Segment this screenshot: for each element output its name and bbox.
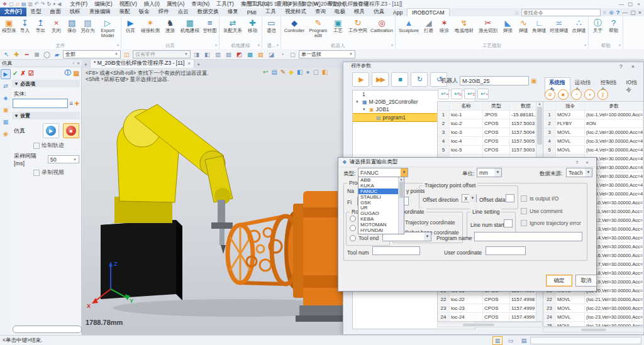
fillet-weld-button[interactable]: ∟角焊缝 [531, 17, 547, 33]
cancel-button[interactable]: 取消 [575, 275, 597, 287]
render-mode-icon[interactable]: ◧ [322, 68, 328, 75]
dialog-launcher-icon[interactable]: ▾ [619, 42, 621, 49]
filter-sketch-icon[interactable]: ▧ [257, 51, 265, 58]
pick-box-icon[interactable]: ⊞ [33, 51, 41, 58]
cmd-pause-button[interactable]: ∥ [597, 89, 608, 100]
filter-faces-icon[interactable]: ◨ [192, 51, 201, 58]
select-cursor-icon[interactable]: ↖ [3, 51, 11, 58]
workpiece-tab-button[interactable]: ▣ [1, 105, 11, 115]
annotate-icon[interactable]: ✎ [280, 68, 286, 75]
stop-button[interactable]: ■ [63, 123, 79, 138]
ribbon-tab[interactable]: 装配 [115, 8, 135, 16]
delete-loc-button[interactable]: ↩× [477, 89, 489, 99]
mechatronics-button[interactable]: ▦机电建模 [178, 17, 202, 33]
ribbon-tab[interactable]: 仿真 [369, 8, 389, 16]
collision-check-button[interactable]: ✶碰撞检测 [138, 17, 162, 33]
remove-entity-icon[interactable]: ━ [23, 51, 31, 58]
entity-input[interactable] [13, 99, 68, 108]
ribbon-tab[interactable]: 电极 [330, 8, 350, 16]
dialog-launcher-icon[interactable]: ▾ [391, 42, 393, 49]
globe-icon[interactable]: ⊕ [609, 9, 614, 16]
filter-curves-icon[interactable]: ▥ [214, 51, 222, 58]
sculpture-button[interactable]: ▲Sculpture [397, 17, 421, 33]
operator-tab-button[interactable]: ◉ [1, 129, 11, 139]
menubar-item[interactable]: 工具(T) [216, 1, 234, 8]
command-table-row[interactable]: 24MOVL(loc-23,Vel=30.00000,Acc=40. [543, 313, 643, 322]
doc-minimize-icon[interactable]: — [622, 9, 628, 16]
command-table-row[interactable]: 23MOVL(loc-22,Vel=30.00000,Acc=40. [543, 304, 643, 313]
open-file-icon[interactable]: ▱ [16, 1, 19, 8]
menubar-item[interactable]: 属性(A) [167, 1, 184, 8]
doc-restore-icon[interactable]: ▢ [630, 9, 636, 16]
robot-path-tab-button[interactable]: ⇄ [1, 81, 11, 91]
assembly-relation-button[interactable]: ⇄装配关系 [221, 17, 245, 33]
capture-view-icon[interactable]: ▤ [271, 68, 277, 75]
data-source-select[interactable]: Teach▼ [566, 168, 592, 177]
help-button[interactable]: ?帮助 [606, 17, 621, 33]
menubar-item[interactable]: 视图(V) [119, 1, 137, 8]
weld-seam-button[interactable]: ∿焊缝 [516, 17, 531, 33]
command-table-row[interactable]: 2FLYBY#ON [543, 119, 643, 128]
filter-datum-icon[interactable]: ◪ [267, 51, 275, 58]
collapse-left-icon[interactable]: ◀ [57, 1, 61, 8]
required-section-header[interactable]: ▼ 必选项 [12, 80, 80, 87]
dropdown-option-kuka[interactable]: KUKA [358, 183, 398, 189]
ok-icon[interactable]: ✓ [13, 70, 18, 77]
dock-icon[interactable]: ▫ [72, 60, 74, 66]
command-table-row[interactable]: 25MOVL(loc-24,Vel=30.00000,Acc=40. [543, 322, 643, 327]
search-icon[interactable]: ○ [603, 9, 606, 16]
menubar-item[interactable]: 应用(P) [277, 1, 294, 8]
dropdown-option-gugao[interactable]: GUGAO [358, 211, 398, 216]
ribbon-tab[interactable]: 数据交换 [193, 8, 223, 16]
laser-cutting-button[interactable]: ✂激光切割 [476, 17, 500, 33]
apply-icon[interactable]: ☑ [28, 70, 34, 77]
insert-loc-list-button[interactable]: ↩≡ [464, 89, 475, 99]
dropdown-option-hyundai[interactable]: HYUNDAI [358, 227, 398, 233]
trace-checkbox[interactable] [33, 143, 40, 149]
loop-forward-button[interactable]: ↻ [411, 72, 428, 87]
line-num-start-input[interactable] [504, 219, 513, 227]
mechanism-tab-button[interactable]: ◈ [1, 93, 11, 103]
ribbon-tab[interactable]: 文件(F) [0, 8, 26, 16]
offset-direction-select[interactable]: X▼ [462, 194, 477, 202]
command-table-row[interactable]: 1MOVJ(loc-1,Vel=100.00000,Acc=50. [543, 111, 643, 119]
model-library-button[interactable]: ▣模型库 [1, 17, 17, 33]
ribbon-tab[interactable]: 修复 [223, 8, 243, 16]
simulation-tab-button[interactable]: ▶ [1, 69, 11, 79]
unit-select[interactable]: mm▼ [477, 168, 502, 177]
minimize-icon[interactable]: — [619, 1, 624, 7]
calibration-button[interactable]: ◎Calibration [370, 17, 394, 33]
menubar-item[interactable]: 窗口(W) [301, 1, 321, 8]
history-icon[interactable]: ◔ [278, 51, 286, 58]
select-mode-select[interactable]: 单一选择▼ [299, 50, 355, 58]
loc-table-row[interactable]: 2loc-2CPOS1157.5003 [438, 119, 542, 128]
restore-icon[interactable]: ▢ [628, 1, 633, 7]
run-program-button[interactable]: ▶ [352, 72, 369, 87]
dropdown-arrow-icon[interactable]: ▾ [53, 1, 55, 8]
ribbon-tab[interactable]: PMI [243, 9, 261, 16]
loc-table-row[interactable]: 23loc-23CPOS1157.4999 [438, 304, 542, 313]
save-button[interactable]: ▤保存 [64, 17, 80, 33]
ribbon-tab[interactable]: 线框 [65, 8, 85, 16]
robot-pick-icon[interactable]: ▣ [531, 77, 536, 84]
command-table-row[interactable]: 4MOVL(loc-3,Vel=30.00000,Acc=40.0 [543, 137, 643, 146]
expander-icon[interactable]: ▾ [363, 107, 367, 112]
use-comment-checkbox[interactable] [521, 208, 527, 214]
part-filter-icon[interactable]: ◫ [123, 51, 131, 58]
loc-table-hscrollbar[interactable] [437, 322, 543, 327]
cancel-icon[interactable]: ✗ [20, 70, 25, 77]
menubar-item[interactable]: 云存储 [353, 1, 369, 8]
doc-close-icon[interactable]: × [638, 9, 641, 16]
workspace-button[interactable]: ↻工作空间 [346, 17, 370, 33]
info-icon[interactable]: ⓘ [65, 68, 71, 77]
command-table-row[interactable]: 3MOVL(loc-2,Vel=30.00000,Acc=40.0 [543, 128, 643, 137]
pin-tab-icon[interactable]: + [82, 62, 90, 68]
cmd-timer-button[interactable]: ◔ [571, 89, 582, 100]
close-icon[interactable]: × [77, 60, 80, 66]
pick-icon[interactable]: ✚ [74, 101, 79, 107]
cmd-tool-button[interactable]: ◑ [584, 89, 595, 100]
close-icon[interactable]: × [631, 63, 635, 70]
dialog-launcher-icon[interactable]: ▾ [584, 42, 586, 49]
help-icon[interactable]: ? [616, 9, 620, 16]
move-button[interactable]: ✚移动 [245, 17, 260, 33]
